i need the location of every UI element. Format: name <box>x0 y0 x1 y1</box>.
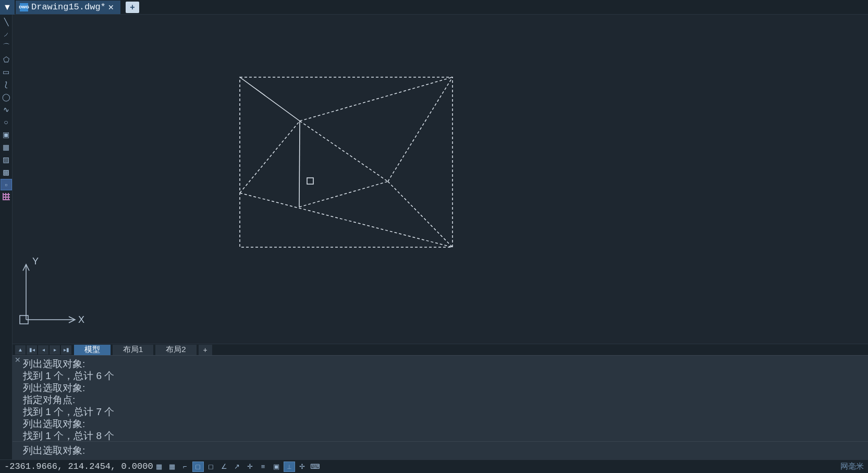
ruler-icon[interactable]: ⟂ <box>284 462 295 472</box>
angle-icon[interactable]: ∠ <box>218 462 230 472</box>
svg-rect-0 <box>240 77 453 247</box>
layout-collapse-icon[interactable]: ▲ <box>15 345 26 355</box>
list-icon[interactable]: ≡ <box>258 462 269 472</box>
layout-next-icon[interactable]: ▸ <box>50 345 60 355</box>
tool-region-icon[interactable]: ▦ <box>1 141 12 153</box>
layout-tab-bar: ▲ ▮◂ ◂ ▸ ▸▮ 模型 布局1 布局2 + <box>13 344 868 355</box>
svg-line-3 <box>240 121 300 193</box>
tab-dropdown-icon[interactable]: ▼ <box>0 0 15 15</box>
layout-prev-icon[interactable]: ◂ <box>38 345 48 355</box>
file-tab-title: Drawing15.dwg* <box>31 2 106 12</box>
cmd-line: 列出选取对象: <box>23 382 858 394</box>
status-bar: -2361.9666, 214.2454, 0.0000 ▦ ▦ ⌐ ◻ ◻ ∠… <box>0 459 868 473</box>
track-icon[interactable]: ↗ <box>231 462 243 472</box>
snap-grid1-icon[interactable]: ▦ <box>153 462 165 472</box>
svg-line-1 <box>240 77 300 121</box>
file-tab[interactable]: DWG Drawing15.dwg* ✕ <box>16 1 120 14</box>
svg-line-6 <box>240 193 453 247</box>
tool-arc-icon[interactable]: ⌒ <box>1 41 12 53</box>
status-coordinates: -2361.9666, 214.2454, 0.0000 <box>4 462 153 471</box>
cmd-line: 列出选取对象: <box>23 358 858 370</box>
svg-line-8 <box>388 181 453 247</box>
new-tab-button[interactable]: + <box>126 2 139 13</box>
status-toggles: ▦ ▦ ⌐ ◻ ◻ ∠ ↗ ✛ ≡ ▣ ⟂ ✢ ⌨ <box>153 462 321 472</box>
status-units: 网毫米 <box>840 462 864 471</box>
plus-icon[interactable]: ✛ <box>244 462 256 472</box>
svg-line-4 <box>300 121 388 181</box>
tool-polyline-icon[interactable]: ⟋ <box>1 29 12 40</box>
add-layout-button[interactable]: + <box>199 345 212 355</box>
color-icon[interactable]: ▣ <box>271 462 282 472</box>
layout-last-icon[interactable]: ▸▮ <box>61 345 71 355</box>
cmd-line: 找到 1 个，总计 7 个 <box>23 406 858 418</box>
snap-mode-icon[interactable]: ◻ <box>192 462 204 472</box>
file-tab-bar: ▼ DWG Drawing15.dwg* ✕ + <box>0 0 868 15</box>
cmd-line: 找到 1 个，总计 8 个 <box>23 430 858 441</box>
tool-spline-icon[interactable]: ⟅ <box>1 79 12 90</box>
polar-icon[interactable]: ◻ <box>205 462 217 472</box>
command-input[interactable]: 列出选取对象: <box>13 441 868 459</box>
tab-layout2[interactable]: 布局2 <box>155 345 196 355</box>
tab-model[interactable]: 模型 <box>74 345 111 355</box>
tool-ellipse-icon[interactable]: ◯ <box>1 91 12 103</box>
svg-rect-10 <box>307 178 313 184</box>
close-icon[interactable]: ✕ <box>106 3 116 11</box>
drawing-canvas[interactable]: Y X <box>13 15 868 344</box>
tool-highlight-icon[interactable]: ▫ <box>1 179 12 190</box>
cmd-line: 指定对角点: <box>23 394 858 406</box>
svg-line-9 <box>299 121 300 207</box>
tool-full-icon[interactable]: ▩ <box>1 166 12 178</box>
ortho-icon[interactable]: ⌐ <box>179 462 191 472</box>
draw-toolbar: ╲ ⟋ ⌒ ⬠ ▭ ⟅ ◯ ∿ ○ ▣ ▦ ▨ ▩ ▫ <box>0 15 13 459</box>
cmd-line: 找到 1 个，总计 6 个 <box>23 370 858 382</box>
tool-hatch-icon[interactable]: ▨ <box>1 154 12 165</box>
tool-polygon-icon[interactable]: ⬠ <box>1 54 12 65</box>
cmd-line: 列出选取对象: <box>23 418 858 430</box>
layer-icon[interactable]: ✢ <box>297 462 308 472</box>
command-window: ✕ 列出选取对象: 找到 1 个，总计 6 个 列出选取对象: 指定对角点: 找… <box>13 355 868 459</box>
tool-line-icon[interactable]: ╲ <box>1 16 12 28</box>
tool-wave-icon[interactable]: ∿ <box>1 104 12 115</box>
tab-layout1[interactable]: 布局1 <box>113 345 153 355</box>
drawing-svg <box>13 15 868 344</box>
svg-line-2 <box>300 77 453 121</box>
layout-first-icon[interactable]: ▮◂ <box>27 345 37 355</box>
command-history: 列出选取对象: 找到 1 个，总计 6 个 列出选取对象: 指定对角点: 找到 … <box>13 356 868 441</box>
command-close-icon[interactable]: ✕ <box>15 356 21 364</box>
dwg-icon: DWG <box>20 3 28 11</box>
svg-line-7 <box>299 181 388 207</box>
tool-rect-icon[interactable]: ▭ <box>1 66 12 78</box>
tool-block-icon[interactable]: ▣ <box>1 129 12 140</box>
svg-line-5 <box>388 77 453 181</box>
tool-circle-icon[interactable]: ○ <box>1 116 12 128</box>
kbd-icon[interactable]: ⌨ <box>310 462 321 472</box>
tool-grid-icon[interactable] <box>3 193 10 200</box>
snap-grid2-icon[interactable]: ▦ <box>166 462 178 472</box>
